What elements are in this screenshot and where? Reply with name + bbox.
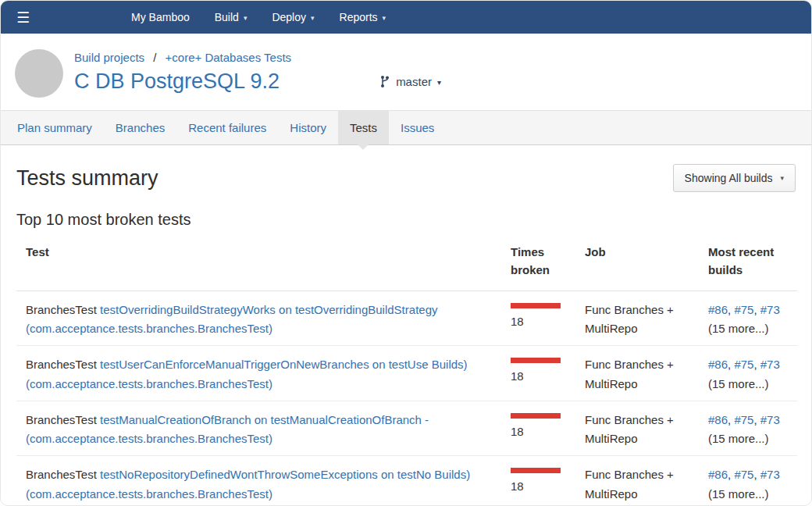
- nav-my-bamboo-label: My Bamboo: [131, 11, 190, 23]
- test-class-name: BranchesTest: [26, 413, 97, 426]
- nav-build-menu[interactable]: Build ▾: [215, 11, 248, 23]
- plan-header-text: Build projects / +core+ Databases Tests …: [74, 49, 441, 98]
- section-title: Top 10 most broken tests: [16, 211, 796, 229]
- broken-bar: [511, 413, 561, 419]
- branch-name: master: [396, 75, 432, 88]
- times-broken-cell: 18: [511, 290, 585, 346]
- build-link[interactable]: #75: [734, 468, 753, 481]
- build-link[interactable]: #86: [708, 358, 728, 371]
- times-broken-cell: 18: [511, 401, 585, 456]
- table-row: BranchesTest testNoRepositoryDefinedWont…: [16, 456, 797, 506]
- build-link[interactable]: #86: [708, 468, 728, 481]
- chevron-down-icon: ▾: [311, 14, 315, 22]
- times-broken-value: 18: [511, 315, 524, 328]
- chevron-down-icon: ▾: [437, 78, 441, 87]
- breadcrumb-project[interactable]: +core+ Databases Tests: [166, 51, 291, 64]
- test-class-name: BranchesTest: [26, 358, 97, 371]
- test-cell: BranchesTest testOverridingBuildStrategy…: [16, 290, 511, 346]
- builds-filter-label: Showing All builds: [685, 172, 773, 184]
- build-link[interactable]: #86: [708, 303, 728, 316]
- build-link[interactable]: #73: [760, 358, 780, 371]
- times-broken-value: 18: [511, 479, 524, 493]
- broken-tests-table: Test Times broken Job Most recent builds…: [16, 233, 797, 506]
- job-cell: Func Branches + MultiRepo: [585, 346, 708, 401]
- build-link[interactable]: #86: [708, 413, 728, 426]
- more-builds-label: (15 more...): [708, 322, 769, 335]
- more-builds-label: (15 more...): [708, 432, 769, 445]
- broken-bar: [511, 468, 561, 473]
- build-link[interactable]: #75: [734, 413, 753, 426]
- plan-header: Build projects / +core+ Databases Tests …: [1, 34, 811, 110]
- nav-deploy-menu[interactable]: Deploy ▾: [272, 11, 314, 23]
- plan-avatar: [15, 49, 63, 98]
- top-navbar: ☰ My Bamboo Build ▾ Deploy ▾ Reports ▾: [1, 1, 811, 34]
- tab-issues[interactable]: Issues: [389, 111, 446, 144]
- tab-tests[interactable]: Tests: [338, 111, 389, 144]
- table-header-row: Test Times broken Job Most recent builds: [16, 233, 797, 290]
- nav-reports-menu[interactable]: Reports ▾: [340, 11, 386, 23]
- broken-bar: [511, 358, 561, 363]
- builds-separator: ,: [753, 358, 760, 371]
- build-link[interactable]: #73: [760, 303, 780, 316]
- builds-cell: #86, #75, #73 (15 more...): [708, 401, 797, 456]
- col-header-test: Test: [16, 233, 511, 290]
- builds-cell: #86, #75, #73 (15 more...): [708, 290, 797, 346]
- branch-icon: [379, 75, 390, 88]
- times-broken-value: 18: [511, 425, 524, 438]
- table-row: BranchesTest testUserCanEnforceManualTri…: [16, 346, 797, 401]
- chevron-down-icon: ▾: [383, 14, 386, 22]
- nav-build-label: Build: [215, 11, 239, 23]
- times-broken-value: 18: [511, 369, 524, 383]
- test-class-name: BranchesTest: [26, 303, 97, 316]
- build-link[interactable]: #75: [734, 303, 753, 316]
- tab-history[interactable]: History: [278, 111, 338, 144]
- times-broken-cell: 18: [511, 456, 585, 506]
- table-row: BranchesTest testManualCreationOfBranch …: [16, 401, 797, 456]
- navbar-items: My Bamboo Build ▾ Deploy ▾ Reports ▾: [131, 11, 386, 23]
- nav-reports-label: Reports: [340, 11, 378, 23]
- test-cell: BranchesTest testManualCreationOfBranch …: [16, 401, 511, 456]
- builds-cell: #86, #75, #73 (15 more...): [708, 346, 797, 401]
- job-cell: Func Branches + MultiRepo: [585, 290, 708, 346]
- nav-my-bamboo[interactable]: My Bamboo: [131, 11, 190, 23]
- builds-filter-dropdown[interactable]: Showing All builds ▾: [673, 164, 796, 192]
- plan-tabs: Plan summary Branches Recent failures Hi…: [1, 110, 811, 145]
- test-cell: BranchesTest testUserCanEnforceManualTri…: [16, 346, 511, 401]
- branch-selector[interactable]: master ▾: [379, 75, 441, 88]
- tab-recent-failures[interactable]: Recent failures: [176, 111, 278, 144]
- build-link[interactable]: #75: [734, 358, 753, 371]
- builds-separator: ,: [753, 413, 760, 426]
- hamburger-menu-icon[interactable]: ☰: [16, 10, 30, 25]
- times-broken-cell: 18: [511, 346, 585, 401]
- breadcrumb-build-projects[interactable]: Build projects: [74, 51, 144, 64]
- builds-separator: ,: [753, 468, 760, 481]
- tab-branches[interactable]: Branches: [104, 111, 176, 144]
- main-content: Tests summary Showing All builds ▾ Top 1…: [1, 145, 811, 506]
- col-header-times-broken: Times broken: [511, 233, 585, 290]
- breadcrumb: Build projects / +core+ Databases Tests: [74, 51, 441, 64]
- page-title: Tests summary: [16, 166, 158, 191]
- build-link[interactable]: #73: [760, 468, 780, 481]
- plan-title-row: C DB PostgreSQL 9.2 master ▾: [74, 69, 441, 94]
- content-header: Tests summary Showing All builds ▾: [16, 164, 796, 192]
- chevron-down-icon: ▾: [780, 174, 784, 182]
- table-row: BranchesTest testOverridingBuildStrategy…: [16, 290, 797, 346]
- more-builds-label: (15 more...): [708, 487, 769, 501]
- job-cell: Func Branches + MultiRepo: [585, 456, 708, 506]
- broken-bar: [511, 303, 561, 308]
- job-cell: Func Branches + MultiRepo: [585, 401, 708, 456]
- builds-cell: #86, #75, #73 (15 more...): [708, 456, 797, 506]
- col-header-most-recent-builds: Most recent builds: [708, 233, 797, 290]
- tab-plan-summary[interactable]: Plan summary: [5, 111, 104, 144]
- nav-deploy-label: Deploy: [272, 11, 306, 23]
- bamboo-app-window: ☰ My Bamboo Build ▾ Deploy ▾ Reports ▾ B…: [0, 0, 812, 506]
- test-class-name: BranchesTest: [26, 468, 97, 481]
- plan-title: C DB PostgreSQL 9.2: [74, 69, 280, 94]
- builds-separator: ,: [753, 303, 760, 316]
- chevron-down-icon: ▾: [244, 14, 248, 22]
- more-builds-label: (15 more...): [708, 377, 769, 390]
- breadcrumb-separator: /: [153, 51, 156, 64]
- test-cell: BranchesTest testNoRepositoryDefinedWont…: [16, 456, 511, 506]
- build-link[interactable]: #73: [760, 413, 780, 426]
- col-header-job: Job: [585, 233, 708, 290]
